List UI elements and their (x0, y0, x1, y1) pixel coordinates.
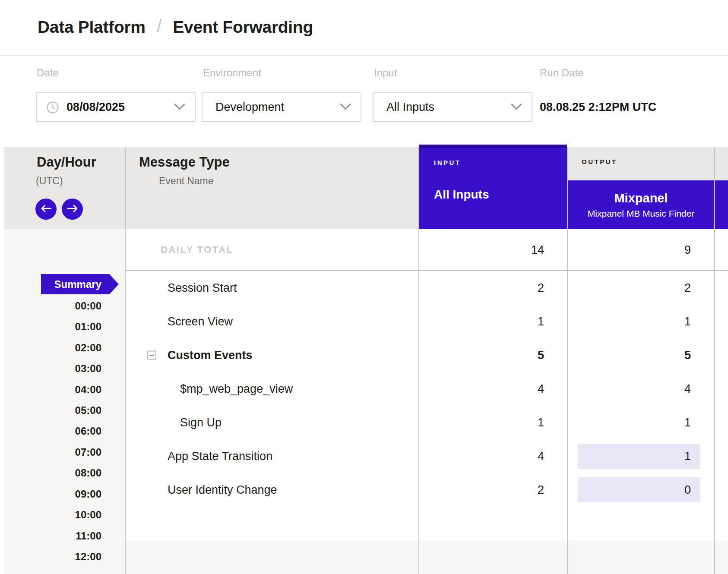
input-column-header[interactable]: INPUT All Inputs (419, 145, 567, 229)
table-row: Session Start 2 2 (125, 271, 728, 305)
date-select[interactable]: 08/08/2025 (36, 92, 196, 122)
hour-row-selector[interactable]: 09:00 (4, 484, 101, 505)
arrow-left-icon (41, 204, 52, 215)
run-date-label: Run Date (540, 67, 583, 79)
hour-row-selector[interactable]: 13:00 (4, 568, 101, 574)
day-hour-header: Day/Hour (37, 155, 96, 170)
table-row: Screen View 1 1 (125, 305, 728, 338)
output-column-subtitle: Mixpanel MB Music Finder (588, 208, 694, 219)
input-count-cell: 1 (419, 305, 544, 338)
date-value: 08/08/2025 (66, 101, 125, 114)
environment-value: Development (215, 101, 284, 114)
arrow-right-icon (67, 204, 78, 215)
input-count-cell: 5 (419, 338, 544, 372)
output-count-cell: 1 (567, 305, 691, 338)
hour-row-selector[interactable]: 06:00 (4, 421, 101, 442)
message-type-header: Message Type (139, 155, 230, 170)
page-title: Event Forwarding (173, 18, 313, 37)
daily-total-label: DAILY TOTAL (161, 244, 233, 255)
table-row: Custom Events 5 5 (125, 338, 728, 372)
breadcrumb-section[interactable]: Data Platform (38, 18, 146, 37)
output-count-cell: 2 (567, 271, 691, 305)
input-column-header-cap (419, 145, 567, 148)
chevron-down-icon (340, 103, 351, 111)
daily-total-input-cell: 14 (419, 229, 544, 271)
environment-label: Environment (203, 67, 261, 79)
date-label: Date (37, 67, 59, 79)
hour-row-selector[interactable]: 11:00 (4, 526, 101, 546)
input-count-cell: 2 (419, 473, 544, 507)
hour-row-selector[interactable]: 00:00 (4, 296, 101, 316)
hour-row-selector[interactable]: 04:00 (4, 379, 101, 400)
output-section-label: OUTPUT (582, 158, 617, 165)
day-hour-subtitle: (UTC) (36, 175, 63, 187)
collapse-custom-events-button[interactable] (147, 351, 156, 360)
filter-bar: Date Environment Input Run Date 08/08/20… (0, 56, 728, 147)
event-name: App State Transition (168, 450, 272, 463)
hour-row-selector[interactable]: 08:00 (4, 463, 101, 483)
daily-total-row: DAILY TOTAL 14 9 (125, 229, 728, 271)
summary-row-selector[interactable]: Summary (41, 274, 119, 294)
event-name: Screen View (168, 315, 233, 328)
hour-row-selector[interactable]: 02:00 (4, 337, 101, 358)
previous-day-button[interactable] (35, 199, 57, 220)
next-day-button[interactable] (62, 199, 83, 220)
output-mismatch-highlight (578, 444, 700, 469)
input-value: All Inputs (386, 101, 434, 114)
table-footer-area (125, 541, 728, 574)
hour-row-selector[interactable]: 01:00 (4, 316, 101, 337)
input-count-cell: 4 (419, 372, 544, 406)
table-row: User Identity Change 2 0 (125, 473, 728, 507)
hour-row-selector[interactable]: 03:00 (4, 358, 101, 379)
chevron-down-icon (174, 103, 185, 111)
run-date-value: 08.08.25 2:12PM UTC (540, 92, 656, 122)
output-count-cell: 5 (567, 338, 691, 372)
table-row: Sign Up 1 1 (125, 406, 728, 439)
output-count-cell: 4 (567, 372, 691, 406)
input-label: Input (374, 67, 397, 79)
event-forwarding-page: Data Platform / Event Forwarding Date En… (0, 0, 728, 574)
event-name: Session Start (168, 281, 237, 295)
hour-row-selector[interactable]: 12:00 (4, 546, 101, 567)
hour-row-selector[interactable]: 07:00 (4, 442, 101, 463)
hour-row-selector[interactable]: 10:00 (4, 505, 101, 525)
output-column-title: Mixpanel (614, 191, 668, 205)
hour-row-selector[interactable]: 05:00 (4, 400, 101, 421)
environment-select[interactable]: Development (202, 92, 361, 122)
chevron-down-icon (511, 103, 522, 111)
message-type-subtitle: Event Name (159, 175, 214, 187)
input-count-cell: 4 (419, 439, 544, 473)
table-row: App State Transition 4 1 (125, 439, 728, 473)
input-count-cell: 1 (419, 406, 544, 439)
clock-icon (46, 101, 59, 114)
output-count-cell: 1 (567, 406, 691, 439)
top-bar: Data Platform / Event Forwarding (0, 0, 728, 56)
input-select[interactable]: All Inputs (373, 92, 532, 122)
breadcrumb: Data Platform / Event Forwarding (38, 0, 313, 54)
output-mismatch-highlight (578, 477, 700, 502)
table-row: $mp_web_page_view 4 4 (125, 372, 728, 406)
input-count-cell: 2 (419, 271, 544, 305)
input-section-label: INPUT (434, 159, 461, 166)
output-column-header-partial (715, 180, 728, 229)
output-column-header-mixpanel[interactable]: Mixpanel Mixpanel MB Music Finder (568, 180, 714, 229)
breadcrumb-separator: / (157, 16, 162, 37)
input-column-title: All Inputs (434, 188, 489, 202)
event-name: $mp_web_page_view (180, 382, 293, 396)
event-name: User Identity Change (168, 483, 277, 497)
daily-total-output-cell: 9 (567, 229, 691, 271)
event-name: Custom Events (168, 349, 253, 362)
event-name: Sign Up (180, 416, 222, 429)
